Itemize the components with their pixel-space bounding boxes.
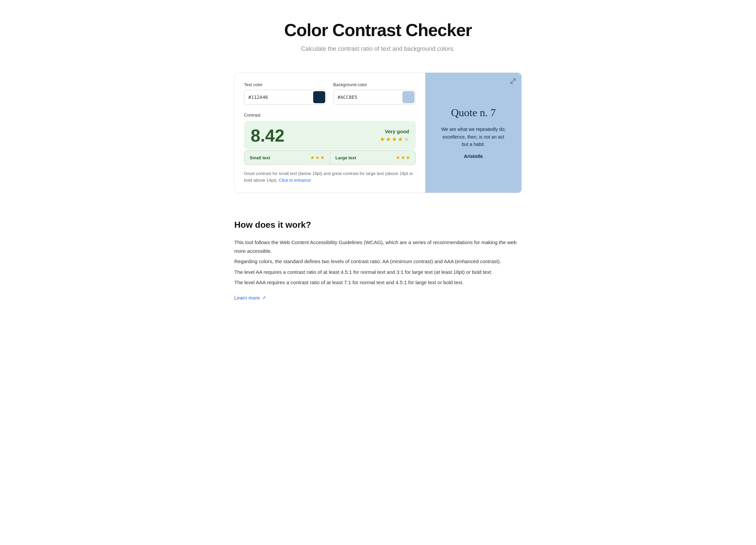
how-line-1: This tool follows the Web Content Access… (234, 238, 522, 255)
text-color-label: Text color (244, 82, 327, 87)
small-text-cell: Small text ★ ★ ★ (244, 151, 330, 165)
star-3: ★ (392, 136, 397, 143)
contrast-note-text: Good contrast for small text (below 18pt… (244, 171, 413, 183)
page-container: Color Contrast Checker Calculate the con… (228, 0, 528, 327)
large-star-1: ★ (396, 155, 400, 161)
bg-color-swatch[interactable] (402, 91, 414, 103)
bg-color-input-row (333, 90, 416, 105)
enhance-link[interactable]: Click to enhance (279, 178, 311, 183)
how-line-4: The level AAA requires a contrast ratio … (234, 278, 522, 287)
star-5: ★ (404, 136, 409, 143)
learn-more-link[interactable]: Learn more (234, 295, 260, 301)
large-text-label: Large text (336, 155, 356, 160)
text-color-input-row (244, 90, 327, 105)
checker-right-panel: Quote n. 7 We are what we repeatedly do;… (425, 73, 521, 193)
color-inputs-row: Text color Background color (244, 82, 416, 105)
text-size-row: Small text ★ ★ ★ Large text ★ ★ ★ (244, 150, 416, 165)
large-text-stars: ★ ★ ★ (396, 155, 410, 161)
learn-more-row: Learn more ↗ (234, 295, 522, 301)
external-link-icon: ↗ (262, 295, 266, 300)
contrast-label: Contrast (244, 113, 416, 118)
small-star-3: ★ (320, 155, 325, 161)
contrast-note: Good contrast for small text (below 18pt… (244, 170, 416, 183)
star-4: ★ (398, 136, 403, 143)
preview-quote-text: We are what we repeatedly do; excellence… (439, 126, 508, 148)
how-section: How does it work? This tool follows the … (234, 220, 522, 301)
preview-quote-title: Quote n. 7 (439, 107, 508, 119)
bg-color-input[interactable] (334, 91, 401, 103)
contrast-rating-text: Very good (380, 129, 409, 134)
text-color-swatch[interactable] (313, 91, 325, 103)
small-star-2: ★ (315, 155, 320, 161)
checker-left-panel: Text color Background color (235, 73, 425, 193)
text-color-input[interactable] (244, 91, 312, 103)
star-2: ★ (386, 136, 391, 143)
page-subtitle: Calculate the contrast ratio of text and… (234, 45, 522, 52)
contrast-score-box: 8.42 Very good ★ ★ ★ ★ ★ (244, 121, 416, 150)
rating-stars: ★ ★ ★ ★ ★ (380, 136, 409, 143)
page-header: Color Contrast Checker Calculate the con… (234, 20, 522, 52)
how-line-2: Regarding colors, the standard defines t… (234, 257, 522, 266)
expand-icon[interactable] (510, 78, 516, 86)
bg-color-label: Background color (333, 82, 416, 87)
large-text-cell: Large text ★ ★ ★ (330, 151, 416, 165)
contrast-section: Contrast 8.42 Very good ★ ★ ★ ★ ★ (244, 113, 416, 183)
bg-color-group: Background color (333, 82, 416, 105)
contrast-rating-group: Very good ★ ★ ★ ★ ★ (380, 129, 409, 143)
contrast-top-row: 8.42 Very good ★ ★ ★ ★ ★ (251, 127, 409, 144)
small-star-1: ★ (310, 155, 314, 161)
preview-card: Quote n. 7 We are what we repeatedly do;… (439, 107, 508, 159)
text-color-group: Text color (244, 82, 327, 105)
large-star-3: ★ (406, 155, 410, 161)
large-star-2: ★ (401, 155, 405, 161)
small-text-label: Small text (250, 155, 270, 160)
checker-wrapper: Text color Background color (234, 72, 522, 193)
star-1: ★ (380, 136, 385, 143)
how-line-3: The level AA requires a contrast ratio o… (234, 268, 522, 277)
how-section-title: How does it work? (234, 220, 522, 230)
contrast-number: 8.42 (251, 127, 284, 144)
preview-quote-author: Aristotle (439, 154, 508, 159)
small-text-stars: ★ ★ ★ (310, 155, 325, 161)
page-title: Color Contrast Checker (234, 20, 522, 40)
